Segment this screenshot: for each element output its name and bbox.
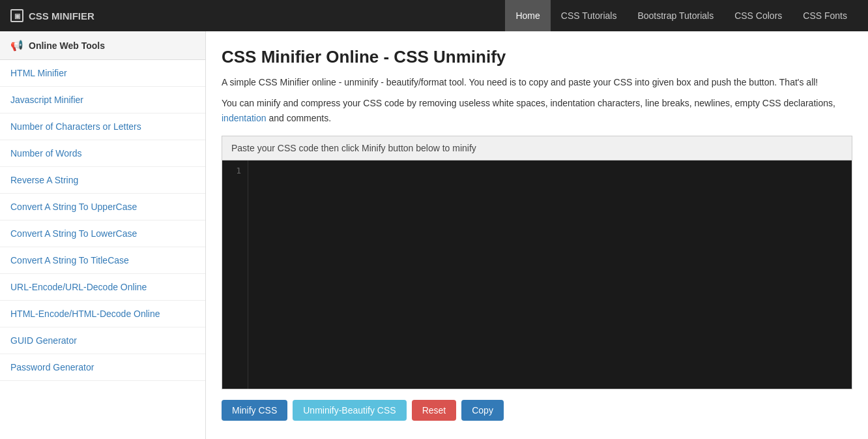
- brand-icon: ▣: [10, 9, 23, 22]
- description-2-highlight: indentation: [222, 113, 267, 123]
- minify-button[interactable]: Minify CSS: [222, 400, 287, 421]
- sidebar-item-reverse-string[interactable]: Reverse A String: [0, 167, 205, 194]
- description-1: A simple CSS Minifier online - unminify …: [222, 75, 852, 89]
- button-row: Minify CSS Unminify-Beautify CSS Reset C…: [222, 400, 852, 421]
- sidebar-item-guid[interactable]: GUID Generator: [0, 327, 205, 354]
- unminify-button[interactable]: Unminify-Beautify CSS: [293, 400, 406, 421]
- nav-css-colors[interactable]: CSS Colors: [724, 0, 792, 31]
- description-2-part3: and comments.: [268, 113, 331, 123]
- sidebar-item-html-minifier[interactable]: HTML Minifier: [0, 60, 205, 87]
- sidebar-item-url-encode[interactable]: URL-Encode/URL-Decode Online: [0, 274, 205, 301]
- nav-bootstrap-tutorials[interactable]: Bootstrap Tutorials: [627, 0, 724, 31]
- main-content: CSS Minifier Online - CSS Unminify A sim…: [206, 31, 868, 439]
- sidebar-item-word-count[interactable]: Number of Words: [0, 140, 205, 167]
- brand-logo[interactable]: ▣ CSS MINIFIER: [10, 9, 94, 22]
- editor-label: Paste your CSS code then click Minify bu…: [222, 136, 852, 160]
- line-number-1: 1: [236, 166, 241, 175]
- navbar: ▣ CSS MINIFIER Home CSS Tutorials Bootst…: [0, 0, 868, 31]
- sidebar-item-lowercase[interactable]: Convert A String To LowerCase: [0, 220, 205, 247]
- sidebar-item-char-count[interactable]: Number of Characters or Letters: [0, 114, 205, 140]
- nav-home[interactable]: Home: [505, 0, 550, 31]
- nav-links: Home CSS Tutorials Bootstrap Tutorials C…: [505, 0, 858, 31]
- page-title: CSS Minifier Online - CSS Unminify: [222, 47, 852, 67]
- sidebar-item-password[interactable]: Password Generator: [0, 354, 205, 381]
- description-2-part1: You can minify and compress your CSS cod…: [222, 98, 835, 108]
- sidebar-item-titlecase[interactable]: Convert A String To TitleCase: [0, 247, 205, 274]
- nav-css-tutorials[interactable]: CSS Tutorials: [551, 0, 628, 31]
- sidebar-item-html-encode[interactable]: HTML-Encode/HTML-Decode Online: [0, 301, 205, 327]
- line-numbers: 1: [222, 160, 248, 389]
- sidebar-header-label: Online Web Tools: [29, 40, 105, 51]
- sidebar: 📢 Online Web Tools HTML Minifier Javascr…: [0, 31, 206, 439]
- description-2: You can minify and compress your CSS cod…: [222, 96, 852, 125]
- sidebar-header: 📢 Online Web Tools: [0, 31, 205, 60]
- editor-container: Paste your CSS code then click Minify bu…: [222, 136, 852, 389]
- sidebar-item-uppercase[interactable]: Convert A String To UpperCase: [0, 194, 205, 220]
- copy-button[interactable]: Copy: [461, 400, 504, 421]
- sidebar-header-icon: 📢: [10, 39, 23, 52]
- reset-button[interactable]: Reset: [412, 400, 457, 421]
- sidebar-item-js-minifier[interactable]: Javascript Minifier: [0, 87, 205, 114]
- brand-name: CSS MINIFIER: [29, 10, 94, 22]
- css-input[interactable]: [248, 160, 852, 389]
- nav-css-fonts[interactable]: CSS Fonts: [792, 0, 858, 31]
- layout: 📢 Online Web Tools HTML Minifier Javascr…: [0, 31, 868, 439]
- editor-body: 1: [222, 160, 852, 389]
